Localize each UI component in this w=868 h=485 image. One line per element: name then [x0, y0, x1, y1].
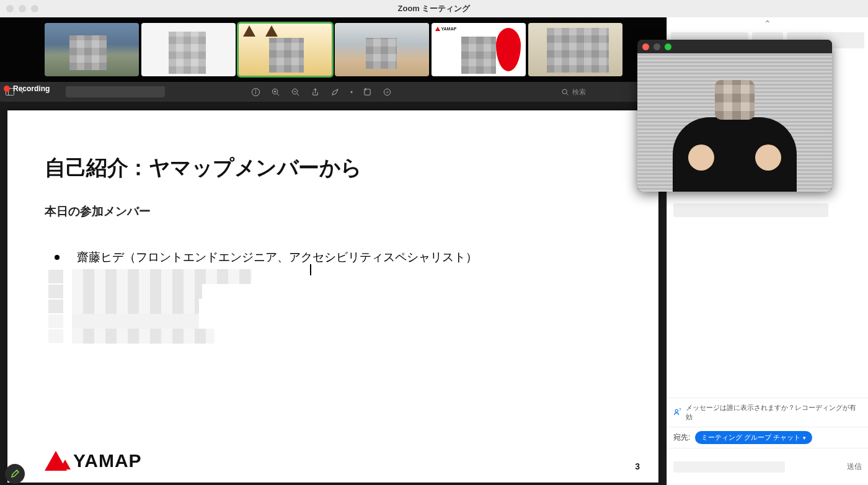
svg-line-15 — [566, 93, 568, 95]
svg-point-4 — [255, 89, 256, 90]
participant-tile-3-active[interactable]: RACCO — [238, 23, 332, 76]
maximize-window-icon[interactable] — [31, 5, 38, 12]
shared-slide: 自己紹介：ヤマップメンバーから 本日の参加メンバー 齋藤ヒデ（フロントエンドエン… — [7, 110, 658, 483]
chat-recipient-dropdown[interactable]: ミーティング グループ チャット▾ — [695, 431, 812, 444]
info-icon[interactable] — [251, 87, 261, 97]
slide-page-number: 3 — [635, 461, 640, 471]
chat-to-label: 宛先: — [673, 432, 690, 443]
share-icon[interactable] — [311, 87, 321, 97]
slide-title: 自己紹介：ヤマップメンバーから — [45, 154, 621, 182]
window-title: Zoom ミーティング — [398, 3, 471, 14]
search-icon[interactable] — [560, 87, 570, 97]
participant-tile-5[interactable]: YAMAP — [432, 23, 526, 76]
svg-point-13 — [384, 89, 390, 95]
recording-dot-icon — [4, 86, 10, 92]
slide-list-item-redacted — [45, 329, 621, 344]
participant-gallery: RACCO YAMAP — [0, 17, 666, 82]
panel-collapse-toggle[interactable]: ⌃ — [667, 17, 868, 30]
highlight-icon[interactable] — [383, 87, 392, 97]
zoom-meeting-area: RACCO YAMAP Recording ▾ — [0, 17, 868, 485]
shared-content-toolbar: ▾ ▾ 検索 — [0, 82, 666, 102]
svg-point-16 — [675, 409, 678, 412]
chat-input[interactable] — [673, 461, 785, 473]
svg-text:?: ? — [679, 408, 681, 412]
participant-tile-4[interactable] — [335, 23, 429, 76]
window-title-bar: Zoom ミーティング — [0, 0, 868, 17]
minimize-window-icon[interactable] — [19, 5, 26, 12]
interpreter-video — [637, 53, 832, 192]
pip-title-bar[interactable] — [637, 40, 832, 53]
participant-tile-1[interactable] — [45, 23, 139, 76]
chat-recipient-row: 宛先: ミーティング グループ チャット▾ — [667, 427, 868, 448]
person-question-icon: ? — [673, 408, 682, 417]
pip-minimize-icon[interactable] — [653, 43, 660, 50]
zoom-in-icon[interactable] — [271, 87, 281, 97]
participant-tile-2[interactable] — [141, 23, 236, 76]
recording-label: Recording — [13, 84, 50, 93]
svg-point-14 — [562, 89, 567, 94]
close-window-icon[interactable] — [6, 5, 14, 12]
annotate-button[interactable] — [5, 464, 25, 484]
slide-list-item-redacted — [45, 269, 621, 284]
chat-visibility-hint: ? メッセージは誰に表示されますか？レコーディングが有効 — [667, 398, 868, 427]
markup-icon[interactable] — [330, 87, 340, 97]
chat-input-area[interactable]: 送信 — [667, 448, 868, 485]
slide-list-item-redacted — [45, 299, 621, 314]
slide-list-item-redacted — [45, 284, 621, 299]
slide-list-item-redacted — [45, 314, 621, 329]
chevron-down-icon[interactable]: ▾ — [350, 89, 353, 95]
interpreter-pip-window[interactable] — [637, 40, 832, 192]
svg-line-10 — [297, 93, 299, 95]
slide-list-item-1: 齋藤ヒデ（フロントエンドエンジニア、アクセシビリティスペシャリスト） — [45, 246, 621, 269]
pip-close-icon[interactable] — [642, 43, 649, 50]
shared-source-label — [66, 86, 165, 97]
yamap-logo-icon — [45, 451, 67, 471]
brand-logo: YAMAP — [45, 450, 142, 471]
svg-line-6 — [277, 93, 279, 95]
chat-send-button[interactable]: 送信 — [847, 461, 862, 472]
text-cursor — [310, 264, 311, 275]
recording-indicator: Recording — [4, 84, 50, 93]
zoom-out-icon[interactable] — [291, 87, 301, 97]
chat-message-redacted — [673, 203, 828, 217]
participant-tile-6[interactable] — [528, 23, 622, 76]
rotate-icon[interactable] — [363, 87, 373, 97]
slide-subtitle: 本日の参加メンバー — [45, 203, 621, 220]
pip-maximize-icon[interactable] — [665, 43, 671, 50]
search-label[interactable]: 検索 — [572, 87, 586, 97]
window-controls — [6, 5, 38, 12]
